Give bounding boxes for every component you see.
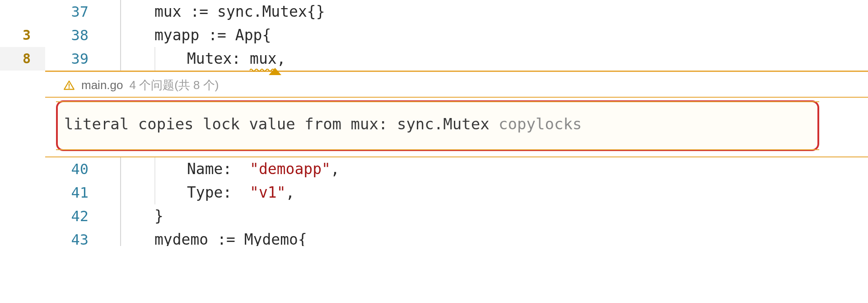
code-content[interactable]: mux := sync.Mutex{}	[121, 0, 868, 24]
gutter	[103, 0, 121, 24]
code-line[interactable]: 37 mux := sync.Mutex{}	[0, 0, 868, 24]
gutter	[103, 47, 121, 71]
minimap-count[interactable]: 8	[0, 47, 45, 71]
line-number: 39	[45, 47, 103, 71]
line-number: 42	[45, 204, 103, 228]
problems-header[interactable]: main.go 4 个问题(共 8 个)	[0, 72, 868, 97]
code-editor: 37 mux := sync.Mutex{} 3 38 myapp := App…	[0, 0, 868, 303]
code-line[interactable]: 40 Name: "demoapp",	[0, 157, 868, 181]
code-line[interactable]: 43 mydemo := Mydemo{	[0, 228, 868, 246]
warning-icon	[63, 80, 75, 91]
code-line[interactable]: 8 39 Mutex: mux,	[0, 47, 868, 71]
problems-count: 4 个问题(共 8 个)	[130, 77, 219, 93]
problems-filename[interactable]: main.go	[81, 78, 123, 92]
code-line[interactable]: 42 }	[0, 204, 868, 228]
code-content[interactable]: Type: "v1",	[121, 181, 868, 204]
problem-tag: copylocks	[499, 115, 582, 133]
code-content[interactable]: Name: "demoapp",	[121, 157, 868, 181]
gutter	[103, 157, 121, 181]
code-content[interactable]: }	[121, 204, 868, 228]
code-line[interactable]: 3 38 myapp := App{	[0, 24, 868, 47]
line-number: 40	[45, 157, 103, 181]
problem-item[interactable]: literal copies lock value from mux: sync…	[56, 100, 819, 151]
code-line[interactable]: 41 Type: "v1",	[0, 181, 868, 204]
code-content[interactable]: myapp := App{	[121, 24, 868, 47]
line-number: 37	[45, 0, 103, 24]
warning-squiggle[interactable]: mux	[250, 47, 277, 71]
gutter	[103, 228, 121, 246]
line-number: 43	[45, 228, 103, 246]
gutter	[103, 181, 121, 204]
gutter	[103, 24, 121, 47]
problem-message: literal copies lock value from mux: sync…	[64, 115, 811, 133]
gutter	[103, 204, 121, 228]
divider	[45, 97, 868, 98]
code-content[interactable]: mydemo := Mydemo{	[121, 228, 868, 246]
caret-up-icon	[269, 68, 281, 75]
line-number: 38	[45, 24, 103, 47]
code-content[interactable]: Mutex: mux,	[121, 47, 868, 71]
line-number: 41	[45, 181, 103, 204]
minimap-count[interactable]: 3	[0, 24, 45, 47]
svg-point-1	[69, 87, 70, 89]
